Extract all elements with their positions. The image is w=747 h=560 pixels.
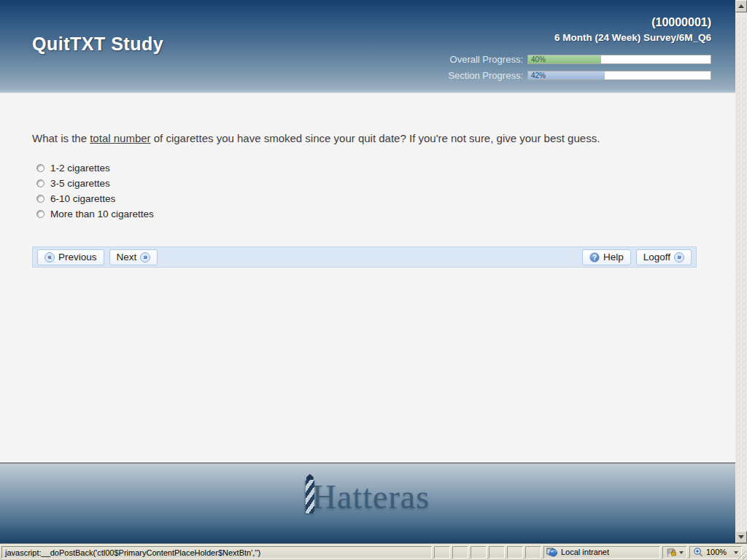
protected-mode-dropdown-icon (679, 551, 684, 556)
main-content: What is the total number of cigarettes y… (0, 93, 735, 462)
option-label: 6-10 cigarettes (50, 193, 115, 204)
overall-progress-label: Overall Progress: (450, 54, 523, 65)
security-zone-pane[interactable]: Local intranet (543, 546, 660, 559)
option-row-3[interactable]: 6-10 cigarettes (36, 194, 735, 203)
answer-options: 1-2 cigarettes 3-5 cigarettes 6-10 cigar… (36, 163, 735, 219)
protected-mode-pane[interactable] (662, 546, 687, 559)
status-pane (525, 546, 541, 559)
page-title: QuitTXT Study (32, 34, 163, 55)
hatteras-logo-text: Hatteras (312, 481, 430, 513)
option-label: 3-5 cigarettes (50, 178, 110, 189)
logoff-button[interactable]: Logoff » (636, 249, 692, 265)
lighthouse-icon (306, 480, 314, 513)
page-viewport: QuitTXT Study (10000001) 6 Month (24 Wee… (0, 0, 735, 543)
previous-arrows-icon: « (44, 252, 55, 262)
radio-button[interactable] (36, 179, 44, 187)
survey-name: 6 Month (24 Week) Survey/6M_Q6 (554, 32, 711, 43)
next-button-label: Next (117, 252, 137, 262)
hatteras-logo: Hatteras (306, 480, 430, 513)
status-pane (434, 546, 450, 559)
status-pane (471, 546, 487, 559)
header-banner: QuitTXT Study (10000001) 6 Month (24 Wee… (0, 0, 735, 93)
option-row-1[interactable]: 1-2 cigarettes (36, 163, 735, 173)
help-button[interactable]: ? Help (582, 249, 631, 265)
section-progress-label: Section Progress: (448, 70, 523, 81)
overall-progress-row: Overall Progress: 40% (448, 54, 711, 65)
help-button-label: Help (603, 252, 624, 262)
lighthouse-cap (306, 474, 314, 480)
next-arrows-icon: » (140, 252, 150, 262)
local-intranet-icon (546, 547, 557, 557)
question-emphasis: total number (90, 132, 150, 144)
scroll-up-button[interactable] (735, 0, 747, 12)
option-row-4[interactable]: More than 10 cigarettes (36, 209, 735, 219)
status-pane (489, 546, 505, 559)
zoom-level-label: 100% (706, 548, 727, 556)
scroll-down-icon (738, 535, 744, 542)
question-text: What is the total number of cigarettes y… (32, 132, 703, 144)
logoff-arrows-icon: » (674, 252, 684, 262)
zoom-dropdown-icon (734, 551, 738, 556)
previous-button-label: Previous (58, 252, 97, 262)
radio-button[interactable] (36, 210, 44, 218)
section-progress-row: Section Progress: 42% (448, 70, 711, 81)
scroll-up-icon (738, 1, 744, 8)
progress-section: Overall Progress: 40% Section Progress: … (448, 54, 711, 86)
radio-button[interactable] (36, 195, 44, 203)
option-label: 1-2 cigarettes (50, 163, 110, 174)
status-link-text: javascript:__doPostBack('ctl00$PrimaryCo… (1, 546, 432, 559)
help-question-icon: ? (589, 252, 600, 262)
previous-button[interactable]: « Previous (37, 249, 104, 265)
question-prefix: What is the (32, 132, 90, 144)
overall-progress-bar: 40% (527, 55, 711, 64)
section-progress-value: 42% (531, 71, 546, 80)
navigation-toolbar: « Previous Next » ? Help Logoff » (32, 246, 697, 268)
status-pane (452, 546, 468, 559)
option-label: More than 10 cigarettes (50, 209, 154, 219)
vertical-scrollbar[interactable] (735, 0, 747, 543)
overall-progress-value: 40% (531, 55, 546, 64)
status-pane (507, 546, 523, 559)
browser-status-bar: javascript:__doPostBack('ctl00$PrimaryCo… (0, 543, 747, 560)
question-suffix: of cigarettes you have smoked since your… (151, 132, 600, 144)
option-row-2[interactable]: 3-5 cigarettes (36, 179, 735, 188)
security-zone-label: Local intranet (561, 548, 609, 556)
scroll-down-button[interactable] (735, 531, 747, 543)
zoom-pane[interactable]: 100% (689, 546, 742, 559)
radio-button[interactable] (36, 164, 44, 172)
header-meta: (10000001) 6 Month (24 Week) Survey/6M_Q… (554, 16, 711, 43)
logoff-button-label: Logoff (643, 252, 670, 262)
next-button[interactable]: Next » (109, 249, 158, 265)
footer-banner: Hatteras (0, 462, 735, 543)
protected-mode-icon (667, 548, 677, 557)
participant-id: (10000001) (554, 16, 711, 29)
zoom-magnifier-icon (693, 547, 703, 557)
section-progress-bar: 42% (527, 71, 711, 80)
